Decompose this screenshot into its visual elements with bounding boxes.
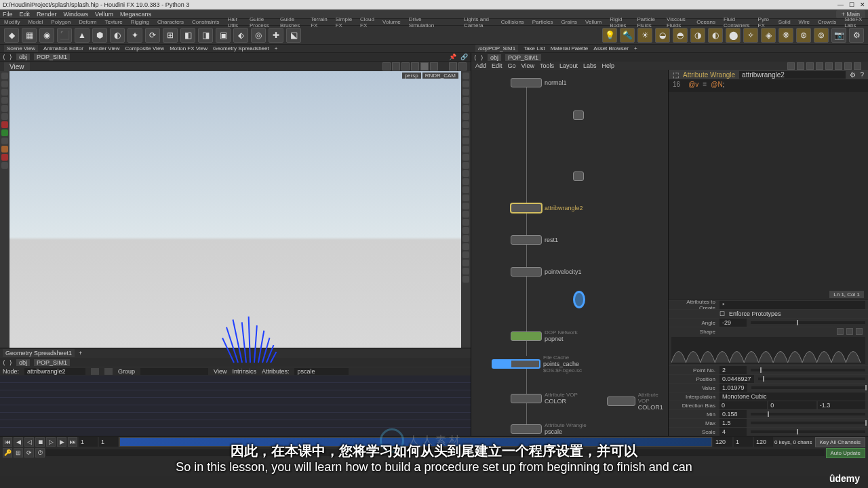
display-icon[interactable] bbox=[462, 154, 469, 161]
nmenu-add[interactable]: Add bbox=[475, 62, 486, 69]
tool-icon[interactable]: ◉ bbox=[39, 28, 54, 43]
path-chip[interactable]: POP_SIM1 bbox=[34, 54, 70, 60]
shelf-tab[interactable]: Vellum bbox=[585, 19, 601, 25]
display-icon[interactable] bbox=[462, 73, 469, 79]
path-chip[interactable]: POP_SIM1 bbox=[34, 359, 70, 366]
key-all-button[interactable]: Key All Channels bbox=[815, 437, 865, 447]
shelf-tab[interactable]: Rigging bbox=[131, 19, 149, 25]
settings-tool-icon[interactable]: ⚙ bbox=[849, 28, 864, 43]
node-popnet[interactable]: DOP Networkpopnet bbox=[511, 329, 578, 342]
display-icon[interactable] bbox=[462, 251, 469, 258]
shelf-tab[interactable]: Pyro FX bbox=[758, 16, 770, 28]
ss-node-field[interactable]: attribwrangle2 bbox=[24, 368, 85, 375]
shelf-tab[interactable]: Lights and Camera bbox=[464, 16, 493, 28]
tool-icon[interactable]: ◨ bbox=[198, 28, 213, 43]
vp-option-icon[interactable] bbox=[449, 62, 457, 70]
node-rest1[interactable]: rest1 bbox=[511, 235, 558, 245]
light-tool-icon[interactable]: ◐ bbox=[708, 28, 723, 43]
tool-icon[interactable]: ⊞ bbox=[163, 28, 178, 43]
tool-icon[interactable] bbox=[1, 129, 8, 136]
nmenu-edit[interactable]: Edit bbox=[492, 62, 502, 69]
nmenu-tools[interactable]: Tools bbox=[540, 62, 554, 69]
tab-add[interactable]: + bbox=[275, 45, 278, 52]
shelf-tab[interactable]: Guide Brushes bbox=[280, 16, 302, 28]
net-opt-icon[interactable] bbox=[806, 62, 814, 70]
maximize-icon[interactable]: ☐ bbox=[849, 1, 854, 8]
vp-option-icon[interactable] bbox=[430, 62, 438, 70]
menu-vellum[interactable]: Vellum bbox=[95, 11, 113, 18]
display-icon[interactable] bbox=[462, 243, 469, 250]
global-end[interactable]: 120 bbox=[754, 437, 773, 447]
path-chip[interactable]: obj bbox=[16, 54, 30, 60]
net-opt-icon[interactable] bbox=[816, 62, 823, 70]
tool-icon[interactable]: ◆ bbox=[4, 28, 19, 43]
tool-icon[interactable]: ▲ bbox=[75, 28, 90, 43]
menu-file[interactable]: File bbox=[3, 11, 13, 18]
tool-icon[interactable]: ✦ bbox=[127, 28, 142, 43]
vex-editor[interactable]: 16 @v = @N; bbox=[669, 79, 868, 92]
display-icon[interactable] bbox=[462, 81, 469, 87]
net-opt-icon[interactable] bbox=[835, 62, 842, 70]
shelf-tab[interactable]: Constraints bbox=[192, 19, 219, 25]
node-pscale[interactable]: Attribute Wranglepscale bbox=[511, 422, 587, 435]
cam-menu[interactable]: persp bbox=[402, 73, 421, 79]
frame-field[interactable]: 1 bbox=[79, 437, 98, 447]
min-slider[interactable] bbox=[751, 413, 865, 415]
move-tool-icon[interactable] bbox=[1, 81, 8, 87]
light-tool-icon[interactable]: ◑ bbox=[690, 28, 705, 43]
display-icon[interactable] bbox=[462, 170, 469, 177]
node-stub[interactable] bbox=[573, 110, 584, 120]
ss-tab-add[interactable]: + bbox=[79, 350, 82, 357]
tool-icon[interactable] bbox=[1, 154, 8, 161]
light-tool-icon[interactable]: ✧ bbox=[743, 28, 758, 43]
tool-icon[interactable] bbox=[1, 121, 8, 128]
enforce-checkbox[interactable]: ☐ bbox=[719, 310, 725, 317]
display-icon[interactable] bbox=[462, 235, 469, 242]
display-icon[interactable] bbox=[462, 146, 469, 152]
close-icon[interactable]: ✕ bbox=[860, 1, 865, 8]
shelf-tab[interactable]: Viscous Fluids bbox=[667, 16, 688, 28]
light-tool-icon[interactable]: ❋ bbox=[778, 28, 793, 43]
vp-option-icon[interactable] bbox=[458, 62, 467, 70]
shelf-tab[interactable]: Polygon bbox=[51, 19, 71, 25]
tool-icon[interactable]: ▣ bbox=[216, 28, 231, 43]
node-attribwrangle[interactable]: attribwrangle2 bbox=[511, 203, 583, 213]
tab-material[interactable]: Material Palette bbox=[551, 45, 589, 52]
pointno-field[interactable]: 2 bbox=[719, 366, 747, 374]
pin-icon[interactable]: 📌 bbox=[449, 54, 456, 60]
display-icon[interactable] bbox=[462, 113, 469, 120]
viewport-3d[interactable]: persp RNDR_CAM bbox=[9, 71, 461, 348]
tool-icon[interactable]: ◎ bbox=[251, 28, 266, 43]
display-icon[interactable] bbox=[462, 276, 469, 283]
vp-option-icon[interactable] bbox=[401, 62, 410, 70]
min-field[interactable]: 0.158 bbox=[719, 410, 747, 418]
ramp-opt-icon[interactable] bbox=[856, 328, 863, 335]
angle-slider[interactable] bbox=[751, 321, 865, 324]
max-slider[interactable] bbox=[751, 422, 865, 424]
tab-anim-editor[interactable]: Animation Editor bbox=[43, 45, 83, 52]
cam-select[interactable]: RNDR_CAM bbox=[422, 73, 458, 79]
dirbias-x[interactable]: 0 bbox=[719, 401, 767, 409]
node-pointvelocity1[interactable]: pointvelocity1 bbox=[511, 267, 582, 277]
node-stub[interactable] bbox=[573, 171, 584, 181]
camera-tool-icon[interactable]: 📷 bbox=[831, 28, 846, 43]
display-icon[interactable] bbox=[462, 105, 469, 112]
vp-option-icon[interactable] bbox=[392, 62, 400, 70]
shelf-tab[interactable]: Texture bbox=[105, 19, 123, 25]
max-field[interactable]: 1.5 bbox=[719, 419, 747, 427]
play-back-icon[interactable]: ◁ bbox=[24, 437, 34, 447]
fwd-icon[interactable]: ⟩ bbox=[9, 54, 12, 60]
back-icon[interactable]: ⟨ bbox=[3, 54, 5, 60]
value-field[interactable]: 1.01979 bbox=[719, 384, 747, 392]
nmenu-view[interactable]: View bbox=[521, 62, 534, 69]
menu-megascans[interactable]: Megascans bbox=[120, 11, 151, 18]
play-stop-icon[interactable]: ⏹ bbox=[35, 437, 45, 447]
net-opt-icon[interactable] bbox=[797, 62, 804, 70]
display-icon[interactable] bbox=[462, 203, 469, 209]
play-last-icon[interactable]: ⏭ bbox=[68, 437, 77, 447]
pointno-slider[interactable] bbox=[751, 369, 865, 371]
shelf-tab[interactable]: Collisions bbox=[501, 19, 524, 25]
help-icon[interactable]: ? bbox=[860, 71, 864, 79]
net-opt-icon[interactable] bbox=[844, 62, 852, 70]
shelf-tab[interactable]: Oceans bbox=[696, 19, 715, 25]
